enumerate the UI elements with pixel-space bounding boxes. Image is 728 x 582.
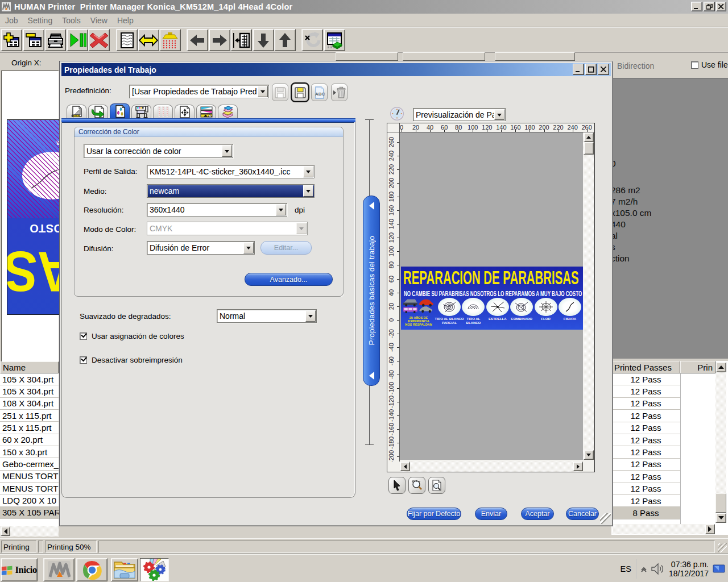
passes-table-row[interactable]: 12 Pass [611,422,680,434]
menu-view[interactable]: View [90,16,107,25]
preset-combo[interactable]: [Usar Propiedades de Trabajo Pred [129,85,269,98]
zoom-tool-button[interactable] [408,477,425,494]
job-thumbnail[interactable]: FISURA COSTO AS [7,119,64,315]
task-folder[interactable] [111,558,138,581]
preview-hscrollbar[interactable] [400,462,583,472]
close-button[interactable] [716,2,726,11]
to-table-button[interactable] [230,29,252,51]
advanced-button[interactable]: Avanzado... [245,273,333,286]
minimize-button[interactable] [691,2,702,11]
dialog-maximize-button[interactable] [585,64,597,75]
jobs-table-row[interactable]: LDQ 200 X 10 [0,494,59,506]
tab-position[interactable] [175,105,195,119]
passes-table-row[interactable]: 12 Pass [611,434,680,446]
smoothing-combo-arrow[interactable] [305,310,316,322]
passes-scroll-down-button[interactable] [715,513,726,523]
passes-table-row[interactable]: 12 Pass [611,446,680,458]
next-button[interactable] [209,29,230,51]
clock[interactable]: 07:36 p.m. 18/12/2017 [669,560,709,578]
tab-orientation[interactable] [88,105,108,119]
chevron-up-icon[interactable] [640,566,647,572]
passes-header-2[interactable]: Prin [680,361,715,373]
preview-vscroll-thumb[interactable] [584,142,594,155]
delete-preset-button[interactable] [331,84,348,101]
preview-scroll-left-button[interactable] [400,462,410,471]
resolution-combo-arrow[interactable] [276,204,286,215]
basic-properties-side-tab[interactable]: Propiedades básicas del trabajo [363,196,380,386]
save-as-preset-button[interactable] [292,84,308,101]
dialog-minimize-button[interactable] [573,64,584,75]
passes-table-row[interactable]: 12 Pass [611,495,680,507]
remove-job-button[interactable] [23,29,44,51]
passes-table-row[interactable]: 12 Pass [611,398,680,410]
passes-hscrollbar[interactable] [613,524,705,534]
task-chrome[interactable] [76,558,107,581]
jobs-hscrollbar[interactable] [0,526,59,537]
preview-canvas[interactable]: REPARACION DE PARABRISAS NO CAMBIE SU PA… [400,132,583,460]
dialog-close-button[interactable] [598,64,609,75]
jobs-table-row[interactable]: 251 x 115.prt [0,410,59,422]
prev-button[interactable] [187,29,208,51]
passes-scroll-right-button[interactable] [705,524,715,534]
clean-button[interactable] [159,29,181,51]
pointer-tool-button[interactable] [388,477,406,494]
passes-header[interactable]: Printed Passes [611,361,680,373]
accept-button[interactable]: Aceptar [521,508,554,520]
tab-color-bars[interactable] [196,105,216,119]
compass-icon[interactable] [390,106,404,121]
use-file-option[interactable]: Use file [691,60,728,69]
passes-scroll-thumb[interactable] [715,493,726,513]
set-default-button[interactable]: Fijar por Defecto [407,508,461,520]
preset-combo-arrow[interactable] [258,86,268,97]
media-button[interactable] [116,29,138,51]
dialog-titlebar[interactable]: Propiedades del Trabajo [61,63,611,76]
menu-tools[interactable]: Tools [62,16,81,25]
color-mapping-option[interactable]: Usar asignación de colores [80,332,184,340]
media-combo-arrow[interactable] [303,185,313,197]
use-file-checkbox[interactable] [691,61,698,69]
zoom-page-tool-button[interactable] [428,477,445,494]
passes-table-row[interactable]: 12 Pass [611,471,680,483]
overprint-checkbox[interactable] [80,356,87,364]
menu-help[interactable]: Help [117,16,134,25]
jobs-table-row[interactable]: 251 x 115.prt [0,422,59,434]
print-button[interactable] [44,29,66,51]
jobs-table-row[interactable]: 305 X 105 PAR [0,507,59,519]
preview-vscrollbar[interactable] [583,132,594,460]
jobs-table-row[interactable]: 150 x 30.prt [0,446,59,458]
passes-scroll-up-button[interactable] [715,362,726,372]
dialog-resize-grip[interactable] [600,513,611,524]
task-printer-manager[interactable] [140,558,169,581]
jobs-table-row[interactable]: MENUS TORT [0,471,59,483]
start-button[interactable]: Inicio [1,558,38,581]
display-tray-icon[interactable] [712,563,726,575]
rename-preset-button[interactable]: ABC [311,84,328,101]
color-mapping-checkbox[interactable] [80,332,87,340]
jobs-table-header[interactable]: Name [0,361,59,373]
preview-scroll-up-button[interactable] [584,132,594,142]
preview-mode-combo[interactable]: Previsualización de Pág [413,108,506,121]
use-correction-combo-arrow[interactable] [222,145,232,157]
menu-setting[interactable]: Setting [28,16,53,25]
profile-combo-arrow[interactable] [303,166,313,177]
passes-table-row[interactable]: 8 Pass [611,507,680,519]
abort-button[interactable] [88,29,110,51]
passes-table-row[interactable]: 12 Pass [611,483,680,495]
cancel-button[interactable]: Cancelar [566,508,599,520]
tab-media-stack[interactable] [218,105,238,119]
send-button[interactable]: Enviar [475,508,507,520]
speaker-icon[interactable] [651,563,664,575]
passes-table-row[interactable]: 12 Pass [611,373,680,385]
diffusion-combo[interactable]: Difusión de Error [147,241,255,255]
reset-button[interactable] [301,29,323,51]
restore-button[interactable] [704,2,715,11]
down-button[interactable] [253,29,274,51]
jobs-table-row[interactable]: Gebo-cermex_ [0,458,59,470]
jobs-table-row[interactable]: 105 X 304.prt [0,385,59,397]
move-horizontal-button[interactable] [138,29,159,51]
task-human-printer[interactable] [43,558,75,581]
preview-scroll-right-button[interactable] [573,462,583,471]
smoothing-combo[interactable]: Normal [217,309,317,323]
tab-printer[interactable] [131,105,151,119]
statusbar-grip[interactable] [718,543,727,552]
